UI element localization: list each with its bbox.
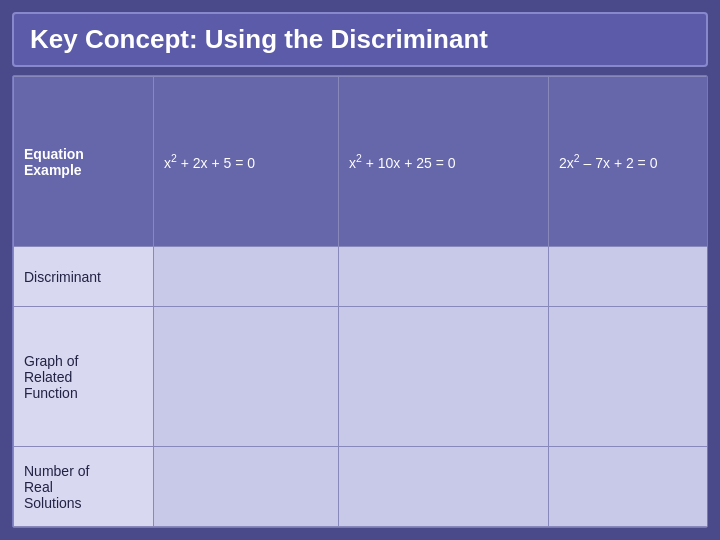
title-bar: Key Concept: Using the Discriminant: [12, 12, 708, 67]
solutions-label: Number ofRealSolutions: [14, 447, 154, 527]
table-header-row: Equation Example x2 + 2x + 5 = 0 x2 + 10…: [14, 77, 709, 247]
header-label-cell: Equation Example: [14, 77, 154, 247]
header-label-example: Example: [24, 162, 82, 178]
discriminant-cell-1: [154, 247, 339, 307]
graph-cell-2: [339, 307, 549, 447]
solutions-row: Number ofRealSolutions: [14, 447, 709, 527]
slide: Key Concept: Using the Discriminant Equa…: [0, 0, 720, 540]
header-label-equation: Equation: [24, 146, 84, 162]
slide-title: Key Concept: Using the Discriminant: [30, 24, 690, 55]
solutions-cell-1: [154, 447, 339, 527]
graph-cell-3: [549, 307, 709, 447]
graph-row: Graph ofRelatedFunction: [14, 307, 709, 447]
solutions-cell-2: [339, 447, 549, 527]
discriminant-table: Equation Example x2 + 2x + 5 = 0 x2 + 10…: [13, 76, 708, 527]
discriminant-cell-3: [549, 247, 709, 307]
graph-cell-1: [154, 307, 339, 447]
graph-label: Graph ofRelatedFunction: [14, 307, 154, 447]
header-col3: 2x2 – 7x + 2 = 0: [549, 77, 709, 247]
discriminant-row: Discriminant: [14, 247, 709, 307]
table-container: Equation Example x2 + 2x + 5 = 0 x2 + 10…: [12, 75, 708, 528]
discriminant-cell-2: [339, 247, 549, 307]
discriminant-label: Discriminant: [14, 247, 154, 307]
header-col2: x2 + 10x + 25 = 0: [339, 77, 549, 247]
header-col1: x2 + 2x + 5 = 0: [154, 77, 339, 247]
solutions-cell-3: [549, 447, 709, 527]
